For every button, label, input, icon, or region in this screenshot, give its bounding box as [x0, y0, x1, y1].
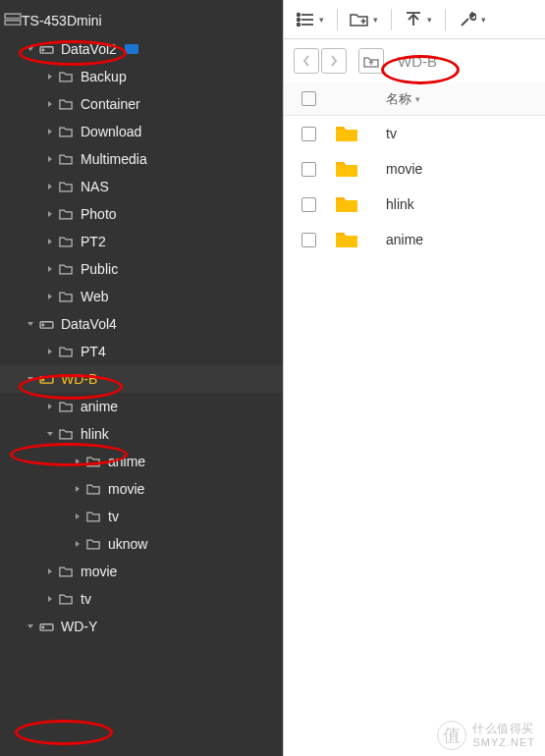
folder-icon [323, 230, 386, 249]
expand-icon[interactable] [43, 125, 57, 138]
nav-back-button[interactable] [294, 48, 319, 74]
collapse-icon[interactable] [24, 42, 37, 56]
tree-node-label: anime [81, 399, 118, 414]
expand-icon[interactable] [71, 482, 84, 496]
folder-node-web[interactable]: Web [0, 283, 283, 310]
tree-node-label: tv [108, 509, 119, 524]
folder-node-hlink[interactable]: hlink [0, 420, 283, 448]
folder-node-uknow[interactable]: uknow [0, 530, 283, 558]
view-mode-button[interactable] [292, 6, 319, 33]
expand-icon[interactable] [43, 400, 57, 413]
upload-caret[interactable]: ▾ [427, 15, 437, 25]
collapse-icon[interactable] [24, 317, 37, 331]
tree-node-label: Container [81, 96, 140, 112]
folder-icon [57, 428, 75, 440]
folder-icon [323, 124, 386, 143]
collapse-icon[interactable] [24, 620, 37, 633]
drive-node-wd-y[interactable]: WD-Y [0, 613, 283, 640]
drive-node-wd-b[interactable]: WD-B [0, 365, 283, 393]
folder-icon [57, 593, 75, 605]
expand-icon[interactable] [71, 537, 84, 551]
file-name: movie [386, 161, 535, 177]
drive-icon [37, 374, 55, 385]
expand-icon[interactable] [43, 207, 57, 221]
svg-point-20 [42, 379, 43, 380]
tools-button[interactable] [454, 6, 481, 33]
folder-icon [57, 236, 75, 247]
column-header-name[interactable]: 名称 ▾ [386, 90, 535, 108]
folder-tree-sidebar[interactable]: TS-453Dmini DataVol2BackupContainerDownl… [0, 0, 283, 756]
svg-marker-28 [48, 596, 52, 602]
svg-marker-12 [48, 266, 52, 272]
file-row[interactable]: movie [284, 151, 545, 187]
row-checkbox[interactable] [301, 127, 316, 141]
new-folder-caret[interactable]: ▾ [373, 15, 383, 25]
select-all-checkbox[interactable] [301, 91, 316, 106]
folder-node-pt2[interactable]: PT2 [0, 228, 283, 255]
folder-node-anime[interactable]: anime [0, 448, 283, 475]
folder-node-movie[interactable]: movie [0, 558, 283, 585]
svg-marker-25 [76, 513, 80, 519]
svg-marker-17 [48, 349, 52, 354]
svg-marker-23 [76, 459, 80, 464]
expand-icon[interactable] [43, 180, 57, 193]
tree-node-label: Backup [81, 69, 127, 84]
file-row[interactable]: hlink [284, 187, 545, 222]
root-label: TS-453Dmini [22, 13, 102, 28]
folder-node-backup[interactable]: Backup [0, 63, 283, 90]
expand-icon[interactable] [43, 152, 57, 166]
expand-icon[interactable] [43, 290, 57, 303]
expand-icon[interactable] [43, 235, 57, 248]
expand-icon[interactable] [43, 565, 57, 578]
folder-node-movie[interactable]: movie [0, 475, 283, 503]
tree-node-label: Download [81, 124, 141, 139]
row-checkbox[interactable] [301, 162, 316, 177]
file-name: hlink [386, 196, 535, 212]
folder-node-public[interactable]: Public [0, 255, 283, 283]
view-mode-caret[interactable]: ▾ [319, 15, 329, 25]
collapse-icon[interactable] [24, 372, 37, 386]
expand-icon[interactable] [71, 455, 84, 468]
folder-node-anime[interactable]: anime [0, 393, 283, 420]
folder-node-pt4[interactable]: PT4 [0, 338, 283, 365]
svg-marker-21 [48, 404, 52, 409]
file-row[interactable]: anime [284, 222, 545, 257]
svg-marker-24 [76, 486, 80, 492]
folder-node-nas[interactable]: NAS [0, 173, 283, 200]
file-list: tvmoviehlinkanime [284, 116, 545, 257]
tree-node-label: Public [81, 261, 118, 277]
row-checkbox[interactable] [301, 197, 316, 212]
upload-button[interactable] [400, 6, 427, 33]
expand-icon[interactable] [43, 592, 57, 606]
folder-node-photo[interactable]: Photo [0, 200, 283, 228]
breadcrumb-bar: WD-B [284, 39, 545, 82]
tools-caret[interactable]: ▾ [481, 15, 491, 25]
file-panel: ▾ ▾ ▾ ▾ [283, 0, 545, 756]
breadcrumb-current[interactable]: WD-B [398, 53, 437, 70]
folder-node-download[interactable]: Download [0, 118, 283, 145]
folder-node-tv[interactable]: tv [0, 503, 283, 530]
folder-icon [84, 538, 102, 550]
expand-icon[interactable] [43, 345, 57, 358]
drive-node-datavol2[interactable]: DataVol2 [0, 35, 283, 63]
folder-node-container[interactable]: Container [0, 90, 283, 118]
folder-icon [84, 456, 102, 467]
folder-node-tv[interactable]: tv [0, 585, 283, 613]
expand-icon[interactable] [43, 97, 57, 111]
new-folder-button[interactable] [346, 6, 373, 33]
toolbar: ▾ ▾ ▾ ▾ [284, 0, 545, 39]
drive-node-datavol4[interactable]: DataVol4 [0, 310, 283, 338]
nav-forward-button[interactable] [321, 48, 347, 74]
folder-icon [57, 181, 75, 192]
folder-icon [57, 566, 75, 577]
collapse-icon[interactable] [43, 427, 57, 441]
expand-icon[interactable] [43, 262, 57, 276]
expand-icon[interactable] [71, 510, 84, 523]
nav-up-button[interactable] [358, 48, 384, 74]
tree-node-label: PT4 [81, 344, 106, 359]
folder-node-multimedia[interactable]: Multimedia [0, 145, 283, 173]
file-row[interactable]: tv [284, 116, 545, 151]
root-node[interactable]: TS-453Dmini [0, 6, 283, 35]
row-checkbox[interactable] [301, 233, 316, 247]
expand-icon[interactable] [43, 70, 57, 83]
